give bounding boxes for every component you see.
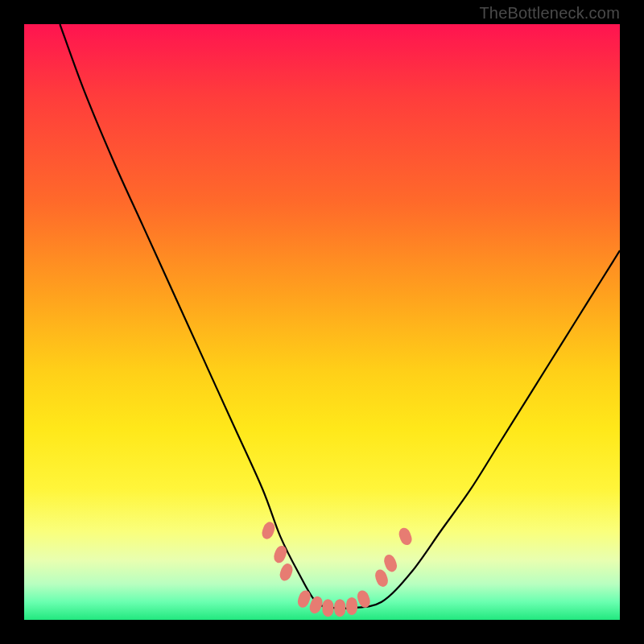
- bottleneck-curve: [60, 24, 620, 609]
- curve-marker: [278, 562, 295, 582]
- chart-svg: [24, 24, 620, 620]
- curve-markers: [260, 520, 414, 617]
- curve-marker: [346, 597, 357, 615]
- curve-marker: [374, 568, 390, 588]
- curve-marker: [322, 599, 333, 617]
- curve-marker: [260, 520, 277, 540]
- chart-frame: TheBottleneck.com: [0, 0, 644, 644]
- curve-marker: [382, 553, 399, 573]
- chart-plot-area: [24, 24, 620, 620]
- curve-marker: [397, 526, 414, 547]
- watermark-text: TheBottleneck.com: [479, 4, 620, 23]
- curve-marker: [334, 599, 345, 617]
